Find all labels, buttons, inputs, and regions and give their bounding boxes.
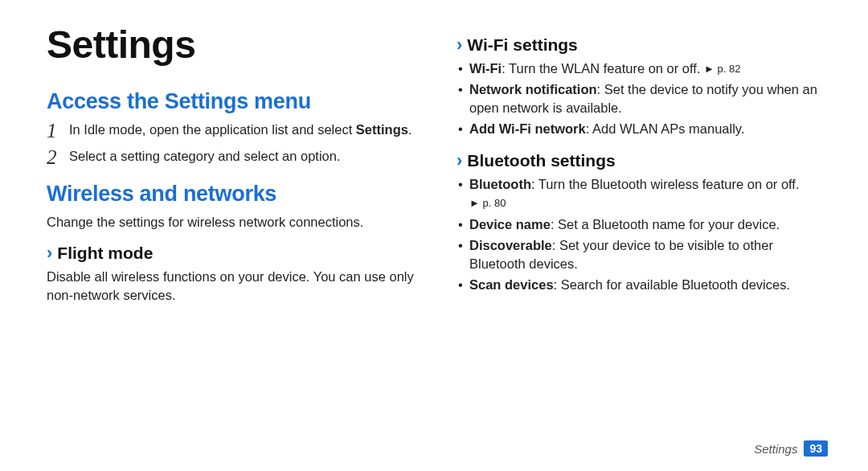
page-ref: ► p. 82: [704, 63, 740, 75]
chevron-right-icon: ›: [47, 244, 52, 262]
item-bold: Wi-Fi: [469, 61, 502, 76]
item-text: : Turn the Bluetooth wireless feature on…: [531, 177, 800, 191]
item-text: : Set a Bluetooth name for your device.: [551, 217, 780, 231]
page-footer: Settings 93: [754, 440, 828, 457]
step-text: Select a setting category and select an …: [69, 147, 418, 165]
step-2: 2 Select a setting category and select a…: [47, 147, 418, 167]
bluetooth-list: Bluetooth: Turn the Bluetooth wireless f…: [457, 175, 828, 294]
left-column: Settings Access the Settings menu 1 In I…: [47, 23, 418, 309]
columns: Settings Access the Settings menu 1 In I…: [47, 23, 828, 309]
item-text: : Search for available Bluetooth devices…: [554, 277, 790, 292]
wifi-settings-heading: › Wi-Fi settings: [457, 35, 828, 55]
step1-bold: Settings: [356, 122, 408, 137]
footer-page-number: 93: [804, 440, 828, 457]
wifi-settings-label: Wi-Fi settings: [467, 35, 577, 55]
chevron-right-icon: ›: [457, 36, 462, 54]
item-text: : Add WLAN APs manually.: [586, 121, 745, 136]
chevron-right-icon: ›: [457, 152, 462, 170]
item-bold: Scan devices: [469, 277, 554, 292]
item-bold: Device name: [469, 217, 551, 231]
list-item: Device name: Set a Bluetooth name for yo…: [457, 215, 828, 234]
list-item: Scan devices: Search for available Bluet…: [457, 276, 828, 294]
section-access-heading: Access the Settings menu: [47, 89, 418, 114]
step-1: 1 In Idle mode, open the application lis…: [47, 121, 418, 141]
item-bold: Discoverable: [469, 238, 552, 252]
step-number-icon: 2: [47, 147, 69, 167]
flight-mode-heading: › Flight mode: [47, 244, 418, 263]
page-ref: ► p. 80: [469, 197, 506, 209]
list-item: Bluetooth: Turn the Bluetooth wireless f…: [457, 175, 828, 212]
item-text: : Turn the WLAN feature on or off.: [502, 61, 704, 76]
list-item: Add Wi-Fi network: Add WLAN APs manually…: [457, 120, 828, 138]
list-item: Discoverable: Set your device to be visi…: [457, 236, 828, 273]
page: Settings Access the Settings menu 1 In I…: [0, 0, 868, 471]
item-bold: Add Wi-Fi network: [469, 121, 586, 136]
list-item: Wi-Fi: Turn the WLAN feature on or off. …: [457, 59, 828, 78]
item-bold: Bluetooth: [469, 177, 531, 191]
flight-mode-desc: Disable all wireless functions on your d…: [47, 268, 418, 304]
wireless-desc: Change the settings for wireless network…: [47, 213, 418, 231]
step-number-icon: 1: [47, 121, 69, 141]
footer-section-label: Settings: [754, 442, 797, 456]
steps-list: 1 In Idle mode, open the application lis…: [47, 121, 418, 167]
right-column: › Wi-Fi settings Wi-Fi: Turn the WLAN fe…: [457, 23, 828, 309]
flight-mode-label: Flight mode: [57, 244, 153, 263]
bluetooth-settings-label: Bluetooth settings: [467, 151, 615, 170]
step1-post: .: [408, 122, 412, 137]
page-title: Settings: [47, 23, 418, 67]
step1-pre: In Idle mode, open the application list …: [69, 122, 356, 137]
step-text: In Idle mode, open the application list …: [69, 121, 418, 138]
bluetooth-settings-heading: › Bluetooth settings: [457, 151, 828, 170]
section-wireless-heading: Wireless and networks: [47, 182, 418, 207]
item-bold: Network notification: [469, 82, 597, 96]
wifi-list: Wi-Fi: Turn the WLAN feature on or off. …: [457, 59, 828, 138]
list-item: Network notification: Set the device to …: [457, 80, 828, 117]
